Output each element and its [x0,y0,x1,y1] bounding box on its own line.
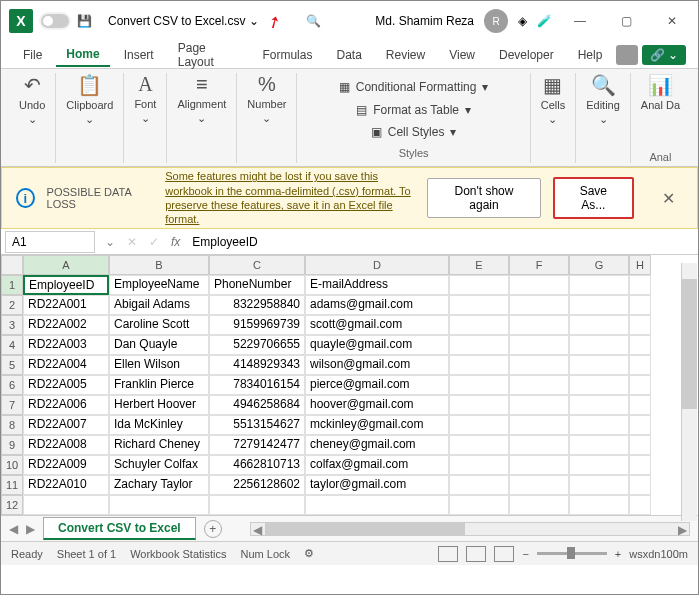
cell[interactable]: 4946258684 [209,395,305,415]
cell[interactable] [569,395,629,415]
row-header-6[interactable]: 6 [1,375,23,395]
zoom-slider[interactable] [537,552,607,555]
zoom-level[interactable]: wsxdn100m [629,548,688,560]
normal-view-button[interactable] [438,546,458,562]
cell[interactable] [509,455,569,475]
undo-button[interactable]: ↶Undo⌄ [19,73,45,126]
tab-data[interactable]: Data [326,44,371,66]
cell[interactable]: RD22A002 [23,315,109,335]
clipboard-button[interactable]: 📋Clipboard⌄ [66,73,113,126]
cell[interactable] [569,375,629,395]
cell[interactable] [629,495,651,515]
cell[interactable] [509,375,569,395]
alignment-button[interactable]: ≡Alignment⌄ [177,73,226,125]
number-button[interactable]: %Number⌄ [247,73,286,125]
cell[interactable] [509,295,569,315]
warning-message[interactable]: Some features might be lost if you save … [165,169,415,226]
tab-home[interactable]: Home [56,43,109,67]
autosave-toggle[interactable] [39,12,71,30]
cell[interactable]: Schuyler Colfax [109,455,209,475]
row-header-1[interactable]: 1 [1,275,23,295]
horizontal-scrollbar[interactable]: ◀ ▶ [250,522,690,536]
add-sheet-button[interactable]: + [204,520,222,538]
dont-show-again-button[interactable]: Don't show again [427,178,541,218]
cell[interactable]: RD22A007 [23,415,109,435]
cell[interactable] [569,495,629,515]
row-header-5[interactable]: 5 [1,355,23,375]
cell[interactable]: 4662810713 [209,455,305,475]
fx-icon[interactable]: fx [165,235,186,249]
cell[interactable] [449,475,509,495]
cell[interactable]: mckinley@gmail.com [305,415,449,435]
cell[interactable] [449,495,509,515]
format-as-table-button[interactable]: ▤Format as Table ▾ [356,100,471,120]
minimize-button[interactable]: — [562,7,598,35]
cell[interactable]: 8322958840 [209,295,305,315]
save-as-button[interactable]: Save As... [553,177,634,219]
sheet-prev-button[interactable]: ◀ [9,522,18,536]
cell[interactable] [509,435,569,455]
cell[interactable] [629,315,651,335]
cell[interactable]: 9159969739 [209,315,305,335]
cell[interactable]: 5513154627 [209,415,305,435]
page-break-view-button[interactable] [494,546,514,562]
select-all-corner[interactable] [1,255,23,275]
maximize-button[interactable]: ▢ [608,7,644,35]
cell-C1[interactable]: PhoneNumber [209,275,305,295]
cell[interactable] [569,455,629,475]
row-header-11[interactable]: 11 [1,475,23,495]
comments-button[interactable] [616,45,638,65]
cell[interactable] [629,275,651,295]
cell[interactable]: RD22A003 [23,335,109,355]
cell[interactable] [629,475,651,495]
cell[interactable] [569,295,629,315]
zoom-out-button[interactable]: − [522,548,528,560]
avatar[interactable]: R [484,9,508,33]
cell[interactable]: RD22A001 [23,295,109,315]
diamond-icon[interactable]: ◈ [518,14,527,28]
row-header-4[interactable]: 4 [1,335,23,355]
share-button[interactable]: 🔗⌄ [642,45,686,65]
editing-button[interactable]: 🔍Editing⌄ [586,73,620,126]
formula-input[interactable]: EmployeeID [186,232,698,252]
cell[interactable] [629,295,651,315]
cell[interactable]: Ida McKinley [109,415,209,435]
tab-page-layout[interactable]: Page Layout [168,37,249,73]
col-header-D[interactable]: D [305,255,449,275]
cell[interactable]: wilson@gmail.com [305,355,449,375]
cell[interactable]: cheney@gmail.com [305,435,449,455]
cell[interactable]: 7279142477 [209,435,305,455]
cell-B1[interactable]: EmployeeName [109,275,209,295]
cell[interactable] [629,355,651,375]
scroll-right-icon[interactable]: ▶ [678,523,687,537]
col-header-H[interactable]: H [629,255,651,275]
experiment-icon[interactable]: 🧪 [537,14,552,28]
cell[interactable] [449,415,509,435]
cell[interactable]: RD22A010 [23,475,109,495]
cell[interactable]: hoover@gmail.com [305,395,449,415]
cell[interactable]: Herbert Hoover [109,395,209,415]
cell[interactable] [509,355,569,375]
cell[interactable]: 7834016154 [209,375,305,395]
cell[interactable] [449,395,509,415]
col-header-F[interactable]: F [509,255,569,275]
cell[interactable]: taylor@gmail.com [305,475,449,495]
workbook-stats-button[interactable]: Workbook Statistics [130,548,226,560]
user-name[interactable]: Md. Shamim Reza [375,14,474,28]
vertical-scrollbar[interactable] [681,263,697,521]
cell[interactable]: adams@gmail.com [305,295,449,315]
col-header-E[interactable]: E [449,255,509,275]
row-header-12[interactable]: 12 [1,495,23,515]
cell[interactable]: Dan Quayle [109,335,209,355]
cell[interactable] [449,455,509,475]
cell[interactable]: Ellen Wilson [109,355,209,375]
document-title[interactable]: Convert CSV to Excel.csv ⌄ ➚ [108,12,280,31]
sheet-next-button[interactable]: ▶ [26,522,35,536]
enter-formula-button[interactable]: ✓ [143,235,165,249]
row-header-3[interactable]: 3 [1,315,23,335]
cell[interactable]: Zachary Taylor [109,475,209,495]
chevron-down-icon[interactable]: ⌄ [249,14,259,28]
col-header-C[interactable]: C [209,255,305,275]
cell[interactable]: 4148929343 [209,355,305,375]
cell[interactable] [569,275,629,295]
